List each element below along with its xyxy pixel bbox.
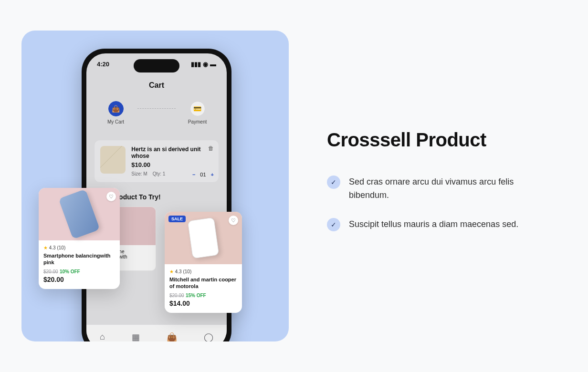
- signal-icon: ▮▮▮: [191, 61, 201, 68]
- check-icon: ✓: [327, 176, 340, 189]
- nav-home-icon[interactable]: ⌂: [100, 332, 105, 341]
- float-card-1-price: $20.00: [43, 276, 115, 283]
- float-card-1-rating: ★ 4.3 (10): [43, 245, 115, 250]
- nav-bag-icon[interactable]: 👜: [167, 332, 177, 342]
- page-title: Cart: [94, 81, 219, 90]
- float-card-1[interactable]: ♡ ★ 4.3 (10) Smartphone balancingwith pi…: [39, 188, 120, 289]
- headline: Crosssell Product: [327, 129, 567, 151]
- star-icon: ★: [43, 245, 48, 250]
- trash-icon[interactable]: 🗑: [208, 145, 214, 152]
- checkout-steps: 👜 My Cart 💳 Payment: [94, 101, 219, 124]
- bullet-2-text: Suscipit tellus mauris a diam maecenas s…: [349, 218, 518, 231]
- cart-item-image: [100, 146, 126, 174]
- check-icon: ✓: [327, 218, 340, 231]
- float-card-1-discount: 10% OFF: [60, 269, 80, 274]
- qty-plus[interactable]: +: [211, 172, 214, 177]
- star-icon: ★: [169, 269, 174, 274]
- content-column: Crosssell Product ✓ Sed cras ornare arcu…: [327, 124, 567, 248]
- cart-item[interactable]: Hertz is an si derived unit whose $10.00…: [94, 140, 219, 183]
- card-icon: 💳: [190, 101, 205, 116]
- cart-item-title: Hertz is an si derived unit whose: [131, 146, 213, 159]
- bottom-nav: ⌂ ▦ 👜 ◯: [86, 324, 227, 341]
- float-card-2-discount: 15% OFF: [186, 293, 206, 298]
- float-card-2-title: Mitchell and martin cooper of motorola: [169, 276, 237, 290]
- sale-badge: SALE: [168, 216, 186, 222]
- bullet-2: ✓ Suscipit tellus mauris a diam maecenas…: [327, 218, 546, 231]
- cart-item-size: Size: M: [131, 171, 147, 176]
- heart-icon[interactable]: ♡: [229, 216, 238, 225]
- wifi-icon: ◉: [203, 61, 208, 68]
- nav-grid-icon[interactable]: ▦: [132, 332, 140, 342]
- status-time: 4:20: [97, 61, 109, 68]
- bag-icon: 👜: [108, 101, 124, 116]
- float-card-2-image: SALE ♡: [165, 212, 242, 264]
- bullet-1-text: Sed cras ornare arcu dui vivamus arcu fe…: [349, 176, 546, 202]
- float-card-2-price: $14.00: [169, 300, 237, 307]
- step-payment[interactable]: 💳 Payment: [176, 101, 219, 124]
- battery-icon: ▬: [210, 61, 216, 68]
- nav-profile-icon[interactable]: ◯: [204, 332, 213, 342]
- float-card-2-rating: ★ 4.3 (10): [169, 269, 237, 274]
- float-card-1-old-price: $20.00: [43, 269, 58, 274]
- qty-minus[interactable]: −: [192, 172, 195, 177]
- heart-icon[interactable]: ♡: [106, 192, 116, 201]
- step-connector: [137, 108, 176, 109]
- status-icons: ▮▮▮ ◉ ▬: [191, 61, 216, 68]
- qty-stepper[interactable]: − 01 +: [192, 172, 214, 177]
- preview-panel: 4:20 ▮▮▮ ◉ ▬ Cart 👜 My Cart: [21, 31, 289, 341]
- cart-item-qty-label: Qty: 1: [153, 171, 166, 176]
- float-card-1-title: Smartphone balancingwith pink: [43, 252, 115, 266]
- cart-item-price: $10.00: [131, 161, 213, 168]
- float-card-2[interactable]: SALE ♡ ★ 4.3 (10) Mitchell and martin co…: [165, 212, 242, 313]
- float-card-1-image: ♡: [39, 188, 120, 240]
- step-my-cart[interactable]: 👜 My Cart: [94, 101, 137, 124]
- bullet-1: ✓ Sed cras ornare arcu dui vivamus arcu …: [327, 176, 546, 202]
- phone-notch: [134, 59, 179, 72]
- float-card-2-old-price: $20.00: [169, 293, 184, 298]
- qty-value: 01: [200, 172, 206, 177]
